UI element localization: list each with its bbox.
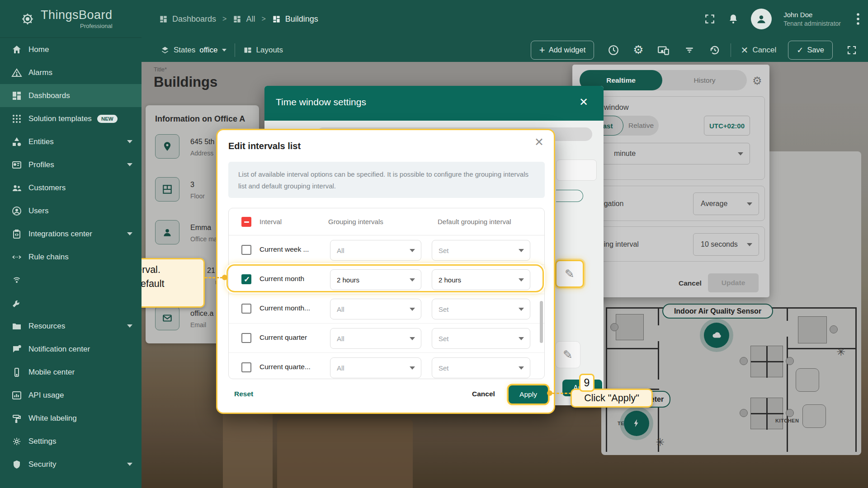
sidebar-item-label: Home [28, 45, 49, 54]
default-grouping-dropdown[interactable]: Set [432, 240, 530, 261]
sidebar-item-users[interactable]: Users [0, 199, 142, 222]
version-history-icon[interactable] [709, 44, 721, 56]
breadcrumb-dashboards[interactable]: Dashboards [159, 14, 216, 24]
grouping-dropdown[interactable]: All [330, 299, 421, 319]
row-checkbox[interactable] [241, 245, 251, 255]
sidebar-item-rule-chains[interactable]: Rule chains [0, 245, 142, 268]
interval-dropdown-value: minute [614, 150, 636, 158]
breadcrumb-all[interactable]: All [233, 14, 255, 24]
states-value: office [199, 46, 217, 55]
sidebar-item-solution-templates[interactable]: Solution templatesNEW [0, 107, 142, 130]
toggle-relative[interactable]: Relative [623, 116, 659, 136]
aggregation-dropdown[interactable]: Average [693, 192, 759, 215]
modal-apply-button[interactable]: Apply [509, 385, 548, 404]
sidebar-item-label: Security [28, 460, 56, 469]
api-usage-icon [11, 390, 22, 401]
default-grouping-value: Set [439, 364, 449, 372]
default-grouping-dropdown[interactable]: Set [432, 357, 530, 378]
sidebar-item-api-usage[interactable]: API usage [0, 384, 142, 407]
breadcrumb-buildings[interactable]: Buildings [272, 14, 318, 24]
edit-intervals-description: List of available interval options can b… [228, 162, 545, 198]
sidebar-item-customers[interactable]: Customers [0, 176, 142, 199]
chevron-down-icon [519, 249, 524, 252]
sidebar-item-profiles[interactable]: Profiles [0, 153, 142, 176]
panel-update-button[interactable]: Update [708, 273, 759, 292]
default-grouping-dropdown[interactable]: Set [432, 299, 530, 319]
timezone-button[interactable]: UTC+02:00 [704, 116, 750, 136]
chevron-down-icon [127, 140, 132, 143]
panel-cancel-button[interactable]: Cancel [679, 279, 702, 287]
interval-row-current-month: Current month 2 hours 2 hours [229, 265, 544, 294]
cancel-button[interactable]: ✕ Cancel [741, 45, 777, 56]
default-grouping-dropdown[interactable]: 2 hours [432, 269, 530, 290]
sidebar-item-resources[interactable]: Resources [0, 314, 142, 338]
grouping-dropdown[interactable]: All [330, 328, 421, 349]
fullscreen-icon[interactable] [704, 13, 716, 25]
row-checkbox[interactable] [241, 333, 251, 343]
layouts-icon [243, 46, 252, 55]
sidebar-item-home[interactable]: Home [0, 38, 142, 61]
grouping-value: All [337, 247, 344, 254]
chevron-down-icon [410, 278, 415, 282]
manage-layouts-icon[interactable] [657, 44, 670, 56]
default-grouping-dropdown[interactable]: Set [432, 328, 530, 349]
expand-fullscreen-icon[interactable] [846, 45, 857, 56]
select-all-checkbox[interactable] [241, 217, 251, 227]
add-widget-button[interactable]: + Add widget [531, 41, 594, 60]
tws-pill-fragment [556, 190, 583, 202]
tab-history[interactable]: History [662, 70, 747, 90]
layouts-button[interactable]: Layouts [243, 46, 283, 55]
interval-dropdown[interactable]: minute [588, 143, 750, 164]
resources-icon [11, 321, 22, 332]
grouping-dropdown[interactable]: 2 hours [330, 269, 421, 290]
edit-intervals-modal: ✕ Edit intervals list List of available … [216, 129, 555, 414]
row-checkbox[interactable] [241, 304, 251, 314]
white-labeling-icon [11, 413, 22, 424]
modal-cancel-button[interactable]: Cancel [472, 390, 495, 398]
save-button[interactable]: ✓ Save [788, 41, 833, 60]
edit-intervals-pencil-button[interactable]: ✎ [555, 260, 584, 288]
sidebar-item-security[interactable]: Security [0, 453, 142, 476]
sidebar-item-hidden-11[interactable] [0, 291, 142, 314]
sidebar-item-entities[interactable]: Entities [0, 130, 142, 153]
filter-icon[interactable] [684, 44, 695, 56]
settings-gear-icon[interactable]: ⚙ [633, 43, 643, 57]
sidebar-item-mobile-center[interactable]: Mobile center [0, 361, 142, 384]
sidebar-item-integrations-center[interactable]: Integrations center [0, 222, 142, 245]
chevron-down-icon [410, 337, 415, 340]
sidebar-item-white-labeling[interactable]: White labeling [0, 407, 142, 430]
time-window-icon[interactable] [608, 44, 619, 56]
grouping-interval-dropdown[interactable]: 10 seconds [693, 233, 759, 256]
logo[interactable]: ThingsBoard Professional [0, 0, 142, 38]
sidebar-item-label: Dashboards [28, 91, 70, 100]
sidebar-item-label: Alarms [28, 68, 52, 77]
chevron-down-icon [127, 163, 132, 166]
row-checkbox[interactable] [241, 274, 251, 284]
grouping-dropdown[interactable]: All [330, 357, 421, 378]
sidebar-item-hidden-10[interactable] [0, 268, 142, 291]
chevron-down-icon [222, 49, 226, 52]
more-menu-icon[interactable] [856, 12, 860, 26]
close-icon[interactable]: ✕ [579, 96, 588, 108]
grouping-dropdown[interactable]: All [330, 240, 421, 261]
sidebar-item-notification-center[interactable]: Notification center [0, 338, 142, 361]
dashboard-icon [159, 15, 168, 23]
panel-gear-icon[interactable]: ⚙ [752, 75, 762, 87]
reset-button[interactable]: Reset [234, 390, 253, 398]
table-scrollbar[interactable] [540, 301, 543, 343]
sidebar-item-alarms[interactable]: Alarms [0, 61, 142, 84]
edit-pencil-button[interactable]: ✎ [555, 341, 580, 368]
solution-templates-icon [11, 113, 22, 124]
sidebar-item-dashboards[interactable]: Dashboards [0, 84, 142, 107]
close-icon[interactable]: ✕ [534, 136, 544, 149]
grouping-interval-value: 10 seconds [701, 240, 738, 249]
notifications-bell-icon[interactable] [727, 13, 739, 25]
avatar[interactable] [751, 9, 772, 29]
interval-row-current-week: Current week ... All Set [229, 235, 544, 265]
integrations-icon [11, 229, 22, 239]
sidebar-item-settings[interactable]: Settings [0, 430, 142, 453]
states-selector[interactable]: States office [160, 46, 226, 55]
row-label: Current quarter [259, 333, 307, 342]
row-checkbox[interactable] [241, 362, 251, 372]
user-info[interactable]: John Doe Tenant administrator [783, 11, 841, 27]
